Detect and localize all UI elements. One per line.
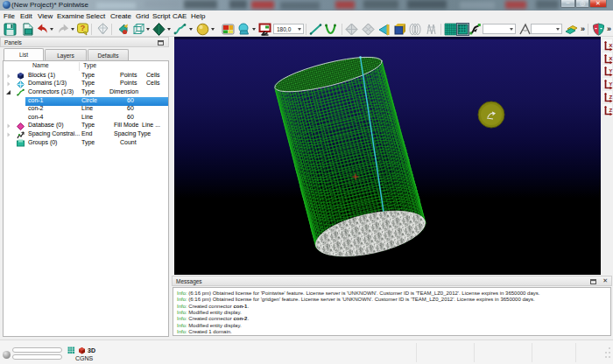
svg-text:Y: Y <box>609 67 613 74</box>
svg-text:X: X <box>609 42 613 48</box>
svg-text:Z: Z <box>609 107 612 113</box>
svg-text:Y: Y <box>609 80 613 87</box>
svg-text:?: ? <box>81 23 86 32</box>
svg-text:X: X <box>609 55 613 61</box>
svg-text:Z: Z <box>609 94 612 100</box>
